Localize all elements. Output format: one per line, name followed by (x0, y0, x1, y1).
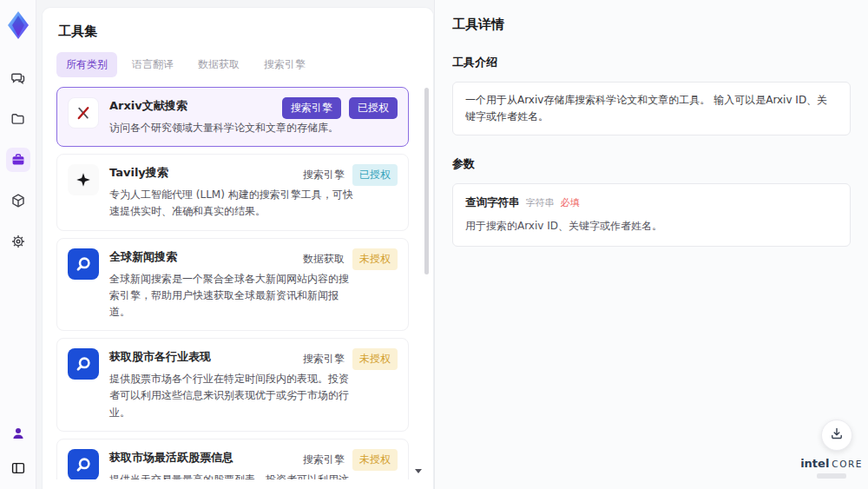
category-tab[interactable]: 数据获取 (188, 52, 249, 77)
intel-core-badge: intel CORE (808, 457, 855, 479)
sidebar-item-models[interactable] (6, 188, 30, 213)
download-icon (830, 426, 844, 444)
sidebar-bottom (6, 421, 30, 480)
toolset-title: 工具集 (58, 23, 419, 40)
chat-icon (10, 70, 26, 86)
search-magnifier-icon (68, 348, 99, 380)
app-logo-icon (5, 10, 31, 40)
category-tabs: 所有类别语言翻译数据获取搜索引擎 (56, 52, 419, 77)
tool-category-badge: 搜索引擎 (303, 168, 345, 182)
core-logo-text: CORE (832, 459, 863, 469)
briefcase-icon (10, 152, 26, 168)
tool-list-scrollbar[interactable] (424, 88, 429, 461)
tool-description: 提供股票市场各个行业在特定时间段内的表现。投资者可以利用这些信息来识别表现优于或… (109, 371, 354, 421)
category-tab[interactable]: 所有类别 (56, 52, 117, 77)
intro-text: 一个用于从Arxiv存储库搜索科学论文和文章的工具。 输入可以是Arxiv ID… (452, 82, 851, 135)
detail-title: 工具详情 (452, 17, 851, 33)
cube-icon (10, 193, 26, 208)
param-type: 字符串 (526, 196, 555, 209)
search-magnifier-icon (68, 248, 99, 280)
folder-icon (10, 111, 26, 127)
app-sidebar (0, 0, 36, 489)
tool-category-badge: 搜索引擎 (303, 453, 345, 467)
tool-card[interactable]: Tavily搜索 专为人工智能代理 (LLM) 构建的搜索引擎工具，可快速提供实… (56, 154, 409, 230)
panel-toggle-icon (10, 460, 26, 476)
sidebar-item-folder[interactable] (6, 107, 30, 131)
sidebar-item-collapse[interactable] (6, 456, 30, 480)
category-tab[interactable]: 搜索引擎 (254, 52, 315, 77)
gear-icon (10, 234, 26, 249)
tool-detail-panel: 工具详情 工具介绍 一个用于从Arxiv存储库搜索科学论文和文章的工具。 输入可… (434, 0, 868, 489)
params-heading: 参数 (452, 156, 851, 172)
category-tab[interactable]: 语言翻译 (122, 52, 183, 77)
tool-status-badge: 未授权 (352, 248, 398, 270)
tool-category-badge: 搜索引擎 (303, 352, 345, 367)
sidebar-nav (6, 66, 30, 254)
scrollbar-thumb[interactable] (424, 88, 429, 274)
tool-list: Arxiv文献搜索 访问各个研究领域大量科学论文和文章的存储库。 搜索引擎 已授… (56, 87, 419, 479)
sidebar-item-tools[interactable] (6, 148, 30, 172)
tool-status-badge: 已授权 (352, 164, 398, 186)
tool-card[interactable]: 获取市场最活跃股票信息 提供当天交易量最高的股票列表，投资者可以利用这些信息来识… (56, 439, 409, 479)
tool-description: 提供当天交易量最高的股票列表，投资者可以利用这些信息来识别流动性强的股票和潜在的… (109, 472, 354, 479)
tool-category-badge: 数据获取 (303, 252, 345, 267)
tool-card[interactable]: 全球新闻搜索 全球新闻搜索是一个聚合全球各大新闻网站内容的搜索引擎，帮助用户快速… (56, 238, 409, 332)
param-required-badge: 必填 (561, 196, 580, 209)
tool-status-badge: 未授权 (352, 348, 398, 370)
sidebar-item-user[interactable] (6, 421, 30, 446)
intel-badge-subtext (817, 473, 846, 479)
tool-category-badge: 搜索引擎 (282, 97, 341, 119)
tavily-star-icon (68, 164, 99, 195)
user-icon (10, 426, 26, 441)
param-description: 用于搜索的Arxiv ID、关键字或作者姓名。 (465, 219, 838, 234)
tool-card[interactable]: Arxiv文献搜索 访问各个研究领域大量科学论文和文章的存储库。 搜索引擎 已授… (56, 87, 409, 147)
download-button[interactable] (821, 420, 852, 451)
search-magnifier-icon (68, 449, 99, 479)
param-card: 查询字符串 字符串 必填 用于搜索的Arxiv ID、关键字或作者姓名。 (452, 183, 851, 247)
tool-description: 访问各个研究领域大量科学论文和文章的存储库。 (109, 120, 354, 136)
tool-description: 全球新闻搜索是一个聚合全球各大新闻网站内容的搜索引擎，帮助用户快速获取全球最新资… (109, 271, 354, 321)
intel-logo-text: intel (800, 457, 829, 470)
toolset-panel: 工具集 所有类别语言翻译数据获取搜索引擎 Arxiv文献搜索 访问各个研究领域大… (42, 7, 434, 489)
tool-card[interactable]: 获取股市各行业表现 提供股票市场各个行业在特定时间段内的表现。投资者可以利用这些… (56, 338, 409, 432)
scroll-down-arrow-icon[interactable] (415, 469, 422, 473)
arxiv-logo-icon (68, 97, 99, 129)
tool-status-badge: 未授权 (352, 449, 398, 471)
param-name: 查询字符串 (465, 195, 520, 210)
sidebar-item-chat[interactable] (6, 66, 30, 90)
tool-description: 专为人工智能代理 (LLM) 构建的搜索引擎工具，可快速提供实时、准确和真实的结… (109, 187, 354, 220)
intro-heading: 工具介绍 (452, 55, 851, 70)
tool-status-badge: 已授权 (349, 97, 398, 119)
sidebar-item-settings[interactable] (6, 229, 30, 254)
